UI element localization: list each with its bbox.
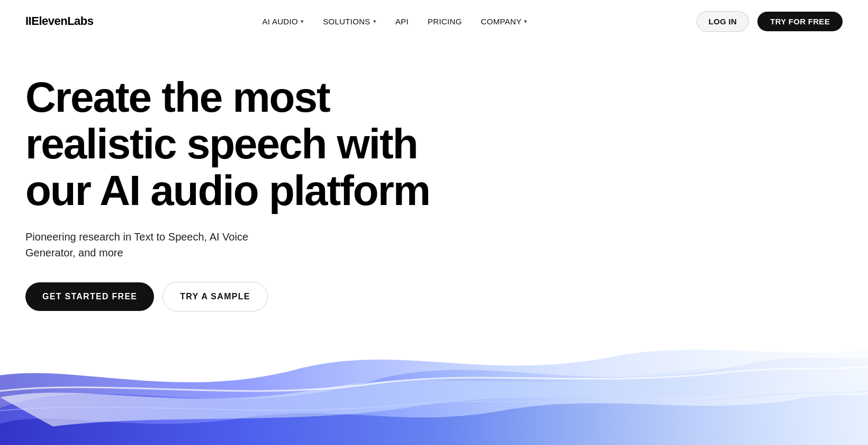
try-for-free-button[interactable]: TRY FOR FREE [757,12,843,31]
brand-logo[interactable]: IIElevenLabs [25,14,94,28]
chevron-down-icon: ▾ [301,18,304,25]
chevron-down-icon: ▾ [524,18,527,25]
get-started-button[interactable]: GET STARTED FREE [25,282,154,311]
nav-item-solutions[interactable]: SOLUTIONS ▾ [323,17,376,26]
nav-item-ai-audio[interactable]: AI AUDIO ▾ [262,17,304,26]
nav-item-api[interactable]: API [395,17,409,26]
hero-subtitle: Pioneering research in Text to Speech, A… [25,229,301,261]
navbar: IIElevenLabs AI AUDIO ▾ SOLUTIONS ▾ API … [0,0,868,42]
try-sample-button[interactable]: TRY A SAMPLE [162,282,267,312]
nav-item-pricing[interactable]: PRICING [428,17,462,26]
chevron-down-icon: ▾ [373,18,376,25]
nav-links: AI AUDIO ▾ SOLUTIONS ▾ API PRICING COMPA… [262,17,527,26]
hero-title: Create the most realistic speech with ou… [25,74,438,214]
nav-actions: LOG IN TRY FOR FREE [697,11,843,32]
hero-section: Create the most realistic speech with ou… [0,42,868,312]
login-button[interactable]: LOG IN [697,11,749,32]
hero-cta-group: GET STARTED FREE TRY A SAMPLE [25,282,843,312]
nav-item-company[interactable]: COMPANY ▾ [481,17,528,26]
